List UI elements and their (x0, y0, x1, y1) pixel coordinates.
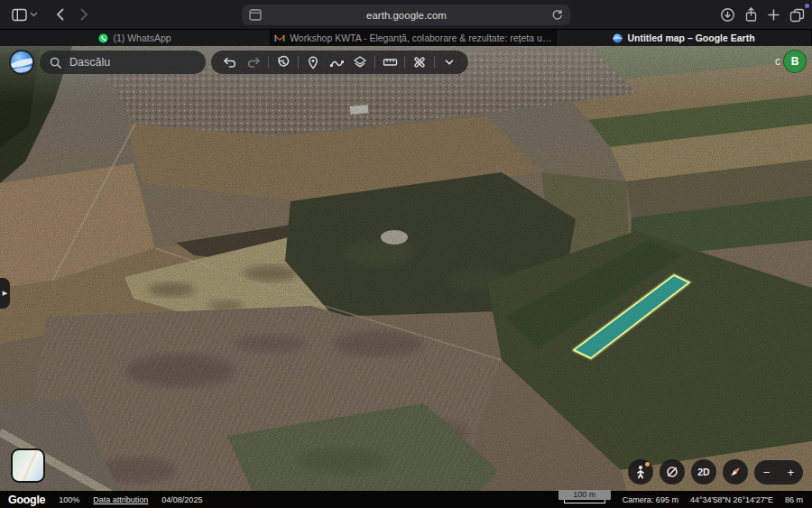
layers-icon (353, 55, 367, 69)
avatar-initial: B (791, 55, 799, 68)
account-prefix-text: c (775, 55, 780, 68)
page-settings-icon[interactable] (249, 9, 262, 21)
back-button[interactable] (51, 3, 69, 26)
measure-ruler-icon (383, 55, 398, 69)
search-box[interactable] (40, 51, 206, 74)
chevron-down-icon (443, 56, 456, 69)
earth-globe-icon (613, 33, 623, 43)
2d-mode-button[interactable]: 2D (691, 459, 716, 485)
sidebar-toggle-button[interactable] (7, 3, 42, 26)
zoom-in-button[interactable]: + (788, 466, 795, 478)
tab-label: (1) WhatsApp (113, 32, 171, 43)
map-viewport[interactable]: c B ▶ 2D (0, 46, 812, 508)
status-left: Google 100% Data attribution 04/08/2025 (0, 494, 202, 506)
scale-bracket (564, 500, 605, 503)
imagery-date: 04/08/2025 (161, 495, 202, 504)
tools-button[interactable] (408, 51, 431, 74)
sidebar-icon (12, 8, 27, 22)
historical-imagery-button[interactable] (272, 51, 295, 74)
redo-button[interactable] (242, 51, 265, 74)
add-placemark-button[interactable] (301, 51, 325, 74)
tab-google-earth[interactable]: Untitled map – Google Earth (557, 30, 812, 46)
draw-path-icon (329, 55, 345, 69)
google-earth-logo-icon[interactable] (9, 50, 34, 75)
ground-elevation: 86 m (785, 495, 803, 504)
tab-whatsapp[interactable]: (1) WhatsApp (0, 30, 271, 46)
account-avatar[interactable]: B (783, 50, 807, 73)
search-input[interactable] (69, 56, 178, 69)
downloads-icon[interactable] (720, 7, 735, 23)
camera-altitude: Camera: 695 m (623, 495, 678, 504)
coordinates: 44°34'58"N 26°14'27"E (690, 495, 773, 504)
toggle-labels-button[interactable] (660, 459, 685, 485)
tab-label: Workshop KWTA - Eleganță, colaborare & r… (290, 32, 552, 43)
reload-icon[interactable] (551, 9, 563, 21)
toolbar-separator (404, 56, 405, 69)
toolbar-separator (268, 56, 269, 69)
pegman-icon (634, 465, 647, 479)
collapse-toolbar-button[interactable] (438, 51, 461, 74)
layers-button[interactable] (348, 51, 372, 74)
zoom-out-button[interactable]: − (763, 466, 770, 478)
browser-actions (720, 0, 805, 30)
satellite-terrain[interactable] (0, 46, 812, 508)
google-logo: Google (8, 494, 45, 506)
compass-button[interactable] (723, 459, 748, 485)
status-right: 100 m Camera: 695 m 44°34'58"N 26°14'27"… (558, 493, 812, 506)
chevron-down-icon (30, 12, 38, 17)
historical-imagery-icon (276, 55, 291, 69)
map-style-thumbnail[interactable] (11, 448, 45, 483)
data-attribution-link[interactable]: Data attribution (93, 495, 148, 504)
toolbar-separator (298, 56, 299, 69)
compass-icon (728, 465, 743, 479)
share-icon[interactable] (744, 7, 758, 23)
status-bar: Google 100% Data attribution 04/08/2025 … (0, 491, 812, 508)
forward-button[interactable] (76, 3, 93, 26)
side-panel-handle[interactable]: ▶ (0, 278, 10, 309)
tab-overview-icon[interactable] (789, 8, 805, 23)
address-bar[interactable]: earth.google.com (242, 5, 570, 25)
draw-path-button[interactable] (325, 51, 348, 74)
gmail-icon (274, 34, 285, 42)
forward-arrow-icon (80, 8, 88, 21)
visibility-off-icon (665, 465, 679, 479)
back-arrow-icon (56, 8, 64, 21)
placemark-pin-icon (306, 55, 320, 69)
scale-bar: 100 m (558, 490, 611, 503)
browser-toolbar: earth.google.com (0, 0, 812, 30)
zoom-control: − + (754, 460, 803, 485)
earth-tool-pill (211, 51, 468, 74)
measure-button[interactable] (378, 51, 401, 74)
redo-icon (246, 55, 261, 69)
tab-gmail[interactable]: Workshop KWTA - Eleganță, colaborare & r… (271, 30, 557, 46)
tab-label: Untitled map – Google Earth (627, 32, 754, 43)
screen: earth.google.com (0, 0, 812, 508)
zoom-percent: 100% (59, 495, 79, 504)
new-tab-icon[interactable] (767, 8, 780, 22)
undo-icon (223, 55, 237, 69)
undo-button[interactable] (218, 51, 242, 74)
crossed-tools-icon (412, 55, 427, 69)
street-view-badge-dot (645, 462, 650, 466)
whatsapp-icon (98, 33, 108, 43)
earth-toolbar (9, 50, 468, 75)
toolbar-separator (374, 56, 375, 69)
account-area: c B (775, 50, 807, 73)
2d-label: 2D (697, 466, 709, 477)
toolbar-separator (434, 56, 435, 69)
chevron-right-icon: ▶ (3, 290, 7, 297)
map-controls: 2D − + (628, 459, 803, 485)
search-icon (49, 56, 62, 69)
street-view-button[interactable] (628, 459, 653, 485)
scale-label: 100 m (558, 490, 611, 500)
tab-strip: (1) WhatsApp Workshop KWTA - Eleganță, c… (0, 30, 812, 46)
url-text: earth.google.com (262, 10, 551, 21)
notification-dot (805, 4, 809, 8)
